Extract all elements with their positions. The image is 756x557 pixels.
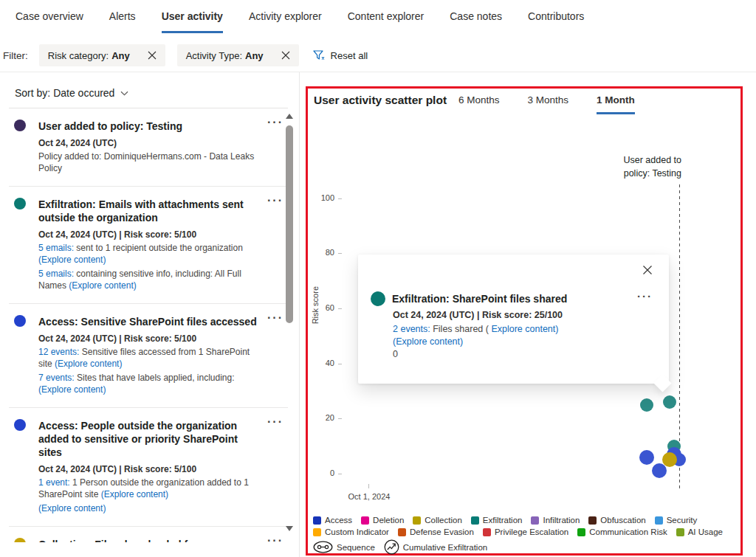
activity-card-meta: Oct 24, 2024 (UTC) | Risk score: 5/100 [38,464,263,474]
explore-content-link[interactable]: (Explore content) [69,280,136,291]
range-tab-6-months[interactable]: 6 Months [458,94,500,114]
explore-content-link[interactable]: 12 events: [38,347,79,357]
activity-card[interactable]: Collection: Files downloaded from ShareP… [9,527,288,542]
y-tick-label: 60 [311,303,334,312]
range-tab-1-month[interactable]: 1 Month [597,94,635,114]
tab-case-notes[interactable]: Case notes [450,4,502,33]
tooltip-pointer [653,374,671,392]
tab-alerts[interactable]: Alerts [109,4,136,33]
activity-card-list: User added to policy: Testing···Oct 24, … [9,108,288,542]
scroll-up-arrow-icon[interactable] [286,114,293,119]
tab-contributors[interactable]: Contributors [528,4,584,33]
legend-swatch [483,528,491,536]
explore-content-link[interactable]: 2 events: [393,324,430,334]
legend-label: Exfiltration [483,516,523,525]
legend-item-exfiltration: Exfiltration [471,516,523,525]
y-tick-mark [338,308,342,309]
tab-content-explorer[interactable]: Content explorer [348,4,425,33]
policy-added-annotation: User added to policy: Testing [623,153,681,180]
activity-card[interactable]: Access: Sensitive SharePoint files acces… [9,304,288,408]
range-tab-3-months[interactable]: 3 Months [528,94,569,114]
activity-card-title: Access: Sensitive SharePoint files acces… [38,315,257,328]
activity-card[interactable]: Access: People outside the organization … [9,408,288,527]
legend-item-collection: Collection [413,516,462,525]
case-page: Case overviewAlertsUser activityActivity… [0,0,756,557]
explore-content-link[interactable]: (Explore content) [38,255,106,265]
remove-filter-icon[interactable] [148,51,157,60]
filter-pill-activity-type[interactable]: Activity Type:Any [177,44,299,66]
explore-content-link[interactable]: Explore content) [491,324,558,334]
legend-item-ai-usage: AI Usage [676,527,723,536]
clear-filter-funnel-icon [313,50,326,61]
sequence-icon [313,541,333,553]
explore-content-link[interactable]: (Explore content) [55,359,122,369]
risk-category-dot [14,198,26,210]
legend-item-deletion: Deletion [361,516,404,525]
legend-swatch [655,516,663,525]
explore-content-link[interactable]: 1 event: [38,477,70,488]
legend-item-privilege-escalation: Privilege Escalation [483,527,568,536]
legend-swatch [588,516,597,525]
description-line: 0 [393,348,558,361]
scrollbar-thumb[interactable] [286,125,293,323]
filter-pill-value: Any [111,50,130,61]
tab-user-activity[interactable]: User activity [162,4,223,33]
scatter-point-exfiltration[interactable] [640,398,653,412]
scatter-plot-panel: User activity scatter plot 6 Months3 Mon… [306,86,743,556]
explore-content-link[interactable]: (Explore content) [101,489,168,499]
filter-pill-label: Activity Type: [186,50,242,61]
annotation-line-2: policy: Testing [623,167,681,180]
more-actions-button[interactable]: ··· [267,311,284,325]
y-tick-label: 80 [311,248,334,257]
more-actions-button[interactable]: ··· [267,415,284,429]
description-line: (Explore content) [393,336,558,348]
explore-content-link[interactable]: 5 emails: [38,269,74,279]
explore-content-link[interactable]: 5 emails: [38,243,74,253]
tab-activity-explorer[interactable]: Activity explorer [249,4,322,33]
description-line: (Explore content) [38,502,263,514]
activity-card-meta: Oct 24, 2024 (UTC) | Risk score: 5/100 [38,333,263,344]
risk-category-dot [14,120,26,131]
more-actions-button[interactable]: ··· [267,534,284,542]
risk-category-dot [14,315,26,327]
remove-filter-icon[interactable] [281,51,290,60]
legend-label: AI Usage [688,527,723,536]
activity-card[interactable]: User added to policy: Testing···Oct 24, … [9,108,288,187]
sort-by-dropdown[interactable]: Sort by: Date occured [0,72,298,108]
explore-content-link[interactable]: 7 events: [38,373,75,383]
scroll-down-arrow-icon[interactable] [286,526,293,531]
more-actions-button[interactable]: ··· [637,290,653,302]
tab-case-overview[interactable]: Case overview [16,4,83,33]
legend-label: Defense Evasion [410,527,474,536]
close-icon[interactable] [642,265,653,275]
explore-content-link[interactable]: (Explore content) [38,384,106,395]
filter-pill-value: Any [245,50,264,61]
more-actions-button[interactable]: ··· [267,194,284,207]
panel-separator [299,72,300,557]
filter-label: Filter: [3,50,28,61]
legend-label: Cumulative Exfiltration [403,543,487,552]
list-scrollbar[interactable] [285,112,294,533]
scatter-point-exfiltration[interactable] [663,395,676,409]
filter-pills: Risk category:AnyActivity Type:Any [39,44,299,66]
top-tab-bar: Case overviewAlertsUser activityActivity… [16,4,584,33]
y-tick-mark [338,364,342,364]
activity-tooltip: Exfiltration: SharePoint files shared ··… [358,255,669,384]
scatter-point-access[interactable] [652,463,667,478]
x-axis-tick [368,484,369,488]
legend-label: Deletion [373,516,404,525]
x-axis-tick-label: Oct 1, 2024 [336,492,402,501]
activity-card-meta: Oct 24, 2024 (UTC) | Risk score: 5/100 [38,229,263,240]
filter-pill-risk-category[interactable]: Risk category:Any [39,44,165,66]
legend-swatch [313,516,321,525]
y-tick-label: 40 [311,359,334,367]
description-text: 0 [393,349,398,359]
explore-content-link[interactable]: (Explore content) [393,336,463,347]
time-range-tabs: 6 Months3 Months1 Month [458,94,635,114]
reset-all-button[interactable]: Reset all [313,50,368,61]
scatter-point-access[interactable] [639,450,654,465]
more-actions-button[interactable]: ··· [267,116,284,129]
activity-card[interactable]: Exfiltration: Emails with attachments se… [9,187,288,304]
legend-label: Access [325,516,352,525]
explore-content-link[interactable]: (Explore content) [38,503,106,513]
